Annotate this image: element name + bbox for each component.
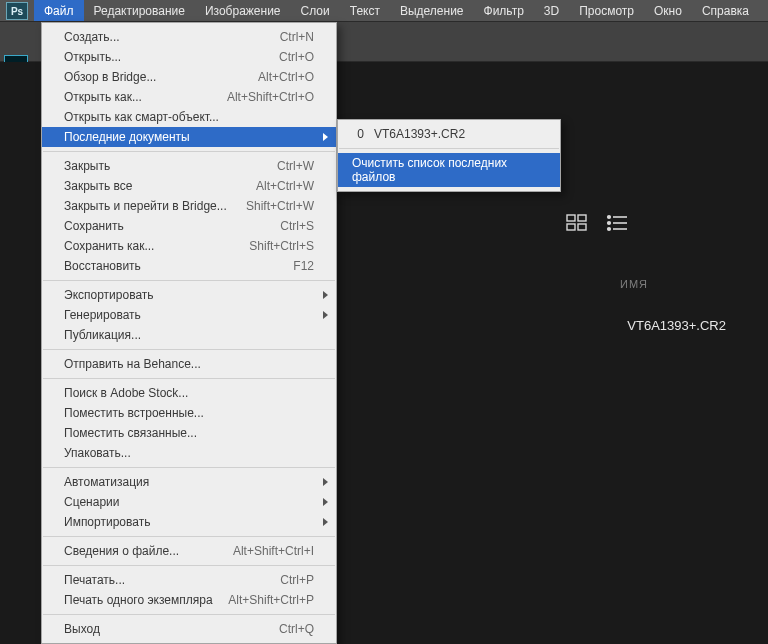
menu-item[interactable]: Обзор в Bridge...Alt+Ctrl+O bbox=[42, 67, 336, 87]
menu-separator bbox=[43, 151, 335, 152]
recent-file-name: VT6A1393+.CR2 bbox=[374, 127, 465, 141]
menu-item[interactable]: Сведения о файле...Alt+Shift+Ctrl+I bbox=[42, 541, 336, 561]
menu-item[interactable]: Поместить связанные... bbox=[42, 423, 336, 443]
menu-изображение[interactable]: Изображение bbox=[195, 0, 291, 21]
menu-item-label: Открыть как смарт-объект... bbox=[64, 110, 219, 124]
menu-справка[interactable]: Справка bbox=[692, 0, 759, 21]
svg-point-4 bbox=[608, 216, 611, 219]
menu-item[interactable]: Импортировать bbox=[42, 512, 336, 532]
menu-item-label: Создать... bbox=[64, 30, 120, 44]
menu-item-label: Публикация... bbox=[64, 328, 141, 342]
menu-item-shortcut: Ctrl+O bbox=[279, 50, 314, 64]
menu-item-shortcut: Ctrl+N bbox=[280, 30, 314, 44]
menu-item-shortcut: Ctrl+P bbox=[280, 573, 314, 587]
menu-item[interactable]: Печатать...Ctrl+P bbox=[42, 570, 336, 590]
menu-item-shortcut: F12 bbox=[293, 259, 314, 273]
menu-item[interactable]: Сценарии bbox=[42, 492, 336, 512]
menu-3d[interactable]: 3D bbox=[534, 0, 569, 21]
recent-file-item[interactable]: 0 VT6A1393+.CR2 bbox=[338, 124, 560, 144]
svg-point-6 bbox=[608, 222, 611, 225]
menu-item[interactable]: ЗакрытьCtrl+W bbox=[42, 156, 336, 176]
menu-item-label: Генерировать bbox=[64, 308, 141, 322]
menu-item-shortcut: Alt+Ctrl+W bbox=[256, 179, 314, 193]
menu-separator bbox=[43, 280, 335, 281]
menu-item-shortcut: Alt+Shift+Ctrl+I bbox=[233, 544, 314, 558]
menu-item-shortcut: Ctrl+W bbox=[277, 159, 314, 173]
menu-separator bbox=[43, 536, 335, 537]
menu-item-label: Сохранить bbox=[64, 219, 124, 233]
menu-item[interactable]: Генерировать bbox=[42, 305, 336, 325]
menubar: Ps ФайлРедактированиеИзображениеСлоиТекс… bbox=[0, 0, 768, 22]
menu-фильтр[interactable]: Фильтр bbox=[474, 0, 534, 21]
menu-item-shortcut: Ctrl+S bbox=[280, 219, 314, 233]
clear-recent-files[interactable]: Очистить список последних файлов bbox=[338, 153, 560, 187]
menu-слои[interactable]: Слои bbox=[291, 0, 340, 21]
menu-separator bbox=[339, 148, 559, 149]
menu-item-label: Экспортировать bbox=[64, 288, 154, 302]
menu-выделение[interactable]: Выделение bbox=[390, 0, 474, 21]
file-menu-dropdown: Создать...Ctrl+NОткрыть...Ctrl+OОбзор в … bbox=[41, 22, 337, 644]
menu-item-label: Упаковать... bbox=[64, 446, 131, 460]
menu-item-shortcut: Alt+Shift+Ctrl+O bbox=[227, 90, 314, 104]
column-header-name: ИМЯ bbox=[620, 278, 648, 290]
menu-item-label: Сценарии bbox=[64, 495, 119, 509]
menu-item-shortcut: Alt+Shift+Ctrl+P bbox=[228, 593, 314, 607]
menu-item-label: Сведения о файле... bbox=[64, 544, 179, 558]
menu-item[interactable]: Сохранить как...Shift+Ctrl+S bbox=[42, 236, 336, 256]
menu-item-shortcut: Shift+Ctrl+W bbox=[246, 199, 314, 213]
svg-rect-3 bbox=[578, 224, 586, 230]
menu-item[interactable]: Автоматизация bbox=[42, 472, 336, 492]
clear-recent-label: Очистить список последних файлов bbox=[352, 156, 546, 184]
svg-rect-0 bbox=[567, 215, 575, 221]
menu-item-shortcut: Alt+Ctrl+O bbox=[258, 70, 314, 84]
menu-item-label: Поместить связанные... bbox=[64, 426, 197, 440]
menu-separator bbox=[43, 467, 335, 468]
menu-separator bbox=[43, 378, 335, 379]
menu-item-label: Закрыть и перейти в Bridge... bbox=[64, 199, 227, 213]
menu-item[interactable]: СохранитьCtrl+S bbox=[42, 216, 336, 236]
svg-point-8 bbox=[608, 228, 611, 231]
menu-item-shortcut: Shift+Ctrl+S bbox=[249, 239, 314, 253]
menu-файл[interactable]: Файл bbox=[34, 0, 84, 21]
menu-item[interactable]: ВосстановитьF12 bbox=[42, 256, 336, 276]
menu-item-label: Открыть как... bbox=[64, 90, 142, 104]
menu-item-label: Поместить встроенные... bbox=[64, 406, 204, 420]
app-badge: Ps bbox=[6, 2, 28, 20]
menu-separator bbox=[43, 349, 335, 350]
menu-текст[interactable]: Текст bbox=[340, 0, 390, 21]
menu-item[interactable]: Открыть как...Alt+Shift+Ctrl+O bbox=[42, 87, 336, 107]
menu-редактирование[interactable]: Редактирование bbox=[84, 0, 195, 21]
menu-item[interactable]: Закрыть и перейти в Bridge...Shift+Ctrl+… bbox=[42, 196, 336, 216]
grid-view-icon[interactable] bbox=[566, 214, 588, 232]
menu-item[interactable]: Печать одного экземпляраAlt+Shift+Ctrl+P bbox=[42, 590, 336, 610]
recent-documents-submenu: 0 VT6A1393+.CR2 Очистить список последни… bbox=[337, 119, 561, 192]
menu-item-label: Печать одного экземпляра bbox=[64, 593, 213, 607]
menu-item-label: Автоматизация bbox=[64, 475, 149, 489]
menu-item-label: Печатать... bbox=[64, 573, 125, 587]
menu-item[interactable]: Последние документы bbox=[42, 127, 336, 147]
menu-item-shortcut: Ctrl+Q bbox=[279, 622, 314, 636]
menu-item[interactable]: Публикация... bbox=[42, 325, 336, 345]
menu-item[interactable]: ВыходCtrl+Q bbox=[42, 619, 336, 639]
menu-item-label: Импортировать bbox=[64, 515, 150, 529]
menu-item[interactable]: Открыть...Ctrl+O bbox=[42, 47, 336, 67]
menu-separator bbox=[43, 614, 335, 615]
menu-item[interactable]: Закрыть всеAlt+Ctrl+W bbox=[42, 176, 336, 196]
list-view-icon[interactable] bbox=[606, 214, 628, 232]
menu-item-label: Восстановить bbox=[64, 259, 141, 273]
menu-item-label: Закрыть bbox=[64, 159, 110, 173]
menu-item[interactable]: Поместить встроенные... bbox=[42, 403, 336, 423]
menu-item[interactable]: Экспортировать bbox=[42, 285, 336, 305]
svg-rect-1 bbox=[578, 215, 586, 221]
menu-item[interactable]: Создать...Ctrl+N bbox=[42, 27, 336, 47]
svg-rect-2 bbox=[567, 224, 575, 230]
menu-просмотр[interactable]: Просмотр bbox=[569, 0, 644, 21]
menu-item-label: Выход bbox=[64, 622, 100, 636]
menu-item-label: Отправить на Behance... bbox=[64, 357, 201, 371]
menu-item[interactable]: Отправить на Behance... bbox=[42, 354, 336, 374]
menu-item[interactable]: Поиск в Adobe Stock... bbox=[42, 383, 336, 403]
menu-окно[interactable]: Окно bbox=[644, 0, 692, 21]
recent-file-entry[interactable]: VT6A1393+.CR2 bbox=[627, 318, 726, 333]
menu-item[interactable]: Упаковать... bbox=[42, 443, 336, 463]
menu-item[interactable]: Открыть как смарт-объект... bbox=[42, 107, 336, 127]
